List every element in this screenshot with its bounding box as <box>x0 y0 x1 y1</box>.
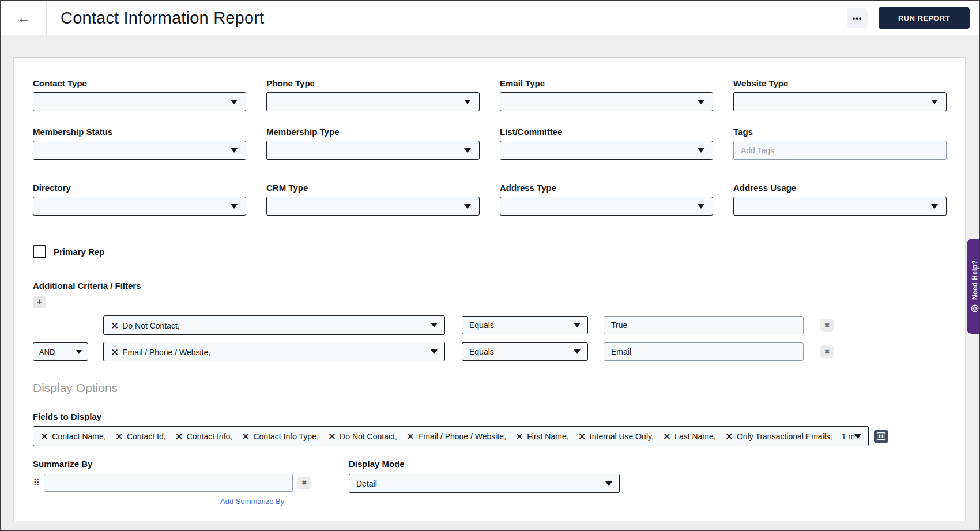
field-phone-type: Phone Type <box>266 78 480 111</box>
chip-label: Contact Info, <box>187 432 232 441</box>
chevron-down-icon <box>464 204 471 209</box>
chip-label: Do Not Contact, <box>122 321 180 330</box>
summarize-by-line: ⠿ ✖ <box>33 474 349 492</box>
address-type-select[interactable] <box>500 197 713 216</box>
display-mode-select[interactable]: Detail <box>349 474 620 493</box>
clear-summarize-button[interactable]: ✖ <box>297 477 311 489</box>
field-chip: ✕Last Name, <box>663 430 716 442</box>
more-options-button[interactable]: ••• <box>847 8 868 28</box>
field-label: Contact Type <box>33 78 246 88</box>
remove-chip-icon[interactable]: ✕ <box>175 431 183 442</box>
tags-input[interactable] <box>733 141 947 160</box>
need-help-tab[interactable]: Need Help? <box>967 239 980 333</box>
chip-label: Contact Name, <box>52 432 105 441</box>
selected-field-chip: ✕ Do Not Contact, <box>111 319 180 332</box>
column-settings-button[interactable] <box>874 430 888 443</box>
field-label: Membership Type <box>266 127 480 137</box>
fields-to-display-select[interactable]: ✕Contact Name, ✕Contact Id, ✕Contact Inf… <box>33 426 869 446</box>
field-tags: Tags <box>733 127 947 160</box>
chevron-down-icon <box>231 100 238 104</box>
chevron-down-icon <box>431 349 438 354</box>
criteria-row: ✕ Do Not Contact, Equals ✖ <box>33 315 947 335</box>
remove-chip-icon[interactable]: ✕ <box>328 431 336 442</box>
field-label: Phone Type <box>266 78 480 88</box>
field-chip: ✕Internal Use Only, <box>578 430 654 442</box>
plus-icon: + <box>37 297 42 307</box>
operator-label: Equals <box>469 321 494 330</box>
add-summarize-by-link[interactable]: Add Summarize By <box>220 497 349 506</box>
field-address-type: Address Type <box>500 183 713 216</box>
remove-chip-icon[interactable]: ✕ <box>40 431 48 442</box>
membership-type-select[interactable] <box>266 141 480 160</box>
chevron-down-icon <box>854 434 861 439</box>
remove-chip-icon[interactable]: ✕ <box>111 347 119 359</box>
chevron-down-icon <box>231 148 238 153</box>
chevron-down-icon <box>464 148 471 153</box>
add-criteria-button[interactable]: + <box>33 296 46 308</box>
field-label: Email Type <box>500 78 713 88</box>
field-directory: Directory <box>33 183 246 216</box>
remove-chip-icon[interactable]: ✕ <box>515 431 523 442</box>
criteria-field-select[interactable]: ✕ Email / Phone / Website, <box>103 342 445 361</box>
remove-chip-icon[interactable]: ✕ <box>111 320 119 332</box>
run-report-button[interactable]: RUN REPORT <box>879 7 970 29</box>
field-label: Directory <box>33 183 246 193</box>
remove-criteria-button[interactable]: ✖ <box>820 345 834 358</box>
header-bar: ← Contact Information Report ••• RUN REP… <box>1 1 979 35</box>
chevron-down-icon <box>464 100 471 104</box>
fields-to-display-row: ✕Contact Name, ✕Contact Id, ✕Contact Inf… <box>33 426 947 446</box>
summarize-by-input[interactable] <box>44 474 293 492</box>
remove-chip-icon[interactable]: ✕ <box>115 431 123 442</box>
drag-handle-icon[interactable]: ⠿ <box>33 477 39 489</box>
summarize-by-section: Summarize By ⠿ ✖ Add Summarize By <box>33 459 349 506</box>
close-icon: ✖ <box>301 479 307 487</box>
summarize-by-label: Summarize By <box>33 459 349 469</box>
chip-label: Email / Phone / Website, <box>418 432 506 441</box>
website-type-select[interactable] <box>733 92 947 111</box>
conjunction-select[interactable]: AND <box>33 342 88 361</box>
criteria-row: AND ✕ Email / Phone / Website, Equals <box>33 342 947 361</box>
remove-chip-icon[interactable]: ✕ <box>663 431 671 442</box>
field-chip: ✕Contact Info, <box>175 430 233 442</box>
remove-chip-icon[interactable]: ✕ <box>578 431 586 442</box>
criteria-operator-select[interactable]: Equals <box>462 342 588 361</box>
directory-select[interactable] <box>33 197 246 216</box>
chevron-down-icon <box>431 323 438 327</box>
contact-type-select[interactable] <box>33 92 246 111</box>
chevron-down-icon <box>76 350 82 354</box>
field-label: CRM Type <box>266 183 480 193</box>
field-chip: ✕Contact Info Type, <box>242 430 319 442</box>
field-chip: ✕Do Not Contact, <box>328 430 397 442</box>
criteria-value-input[interactable] <box>604 316 804 334</box>
list-committee-select[interactable] <box>500 141 713 160</box>
address-usage-select[interactable] <box>733 197 947 216</box>
criteria-value-input[interactable] <box>604 342 804 361</box>
more-fields-count: 1 more <box>842 432 854 441</box>
primary-rep-checkbox[interactable] <box>33 245 46 258</box>
field-chip: ✕First Name, <box>515 430 569 442</box>
additional-criteria-title: Additional Criteria / Filters <box>33 281 947 291</box>
chevron-down-icon <box>698 148 704 153</box>
chevron-down-icon <box>574 349 581 354</box>
remove-chip-icon[interactable]: ✕ <box>406 431 414 442</box>
fields-to-display-label: Fields to Display <box>33 412 947 421</box>
crm-type-select[interactable] <box>266 197 480 216</box>
criteria-operator-select[interactable]: Equals <box>462 316 588 334</box>
remove-criteria-button[interactable]: ✖ <box>820 319 834 332</box>
back-button[interactable]: ← <box>1 1 47 35</box>
field-membership-type: Membership Type <box>266 127 480 160</box>
display-mode-section: Display Mode Detail <box>349 459 620 506</box>
criteria-field-select[interactable]: ✕ Do Not Contact, <box>103 315 445 335</box>
chip-label: Internal Use Only, <box>590 432 654 441</box>
remove-chip-icon[interactable]: ✕ <box>242 431 250 442</box>
membership-status-select[interactable] <box>33 141 246 160</box>
chevron-down-icon <box>231 204 238 209</box>
chip-label: Do Not Contact, <box>340 432 397 441</box>
remove-chip-icon[interactable]: ✕ <box>725 431 733 442</box>
field-label: List/Committee <box>500 127 713 137</box>
field-crm-type: CRM Type <box>266 183 480 216</box>
display-mode-label: Display Mode <box>349 459 620 469</box>
phone-type-select[interactable] <box>266 92 480 111</box>
email-type-select[interactable] <box>500 92 713 111</box>
operator-label: Equals <box>469 347 494 356</box>
